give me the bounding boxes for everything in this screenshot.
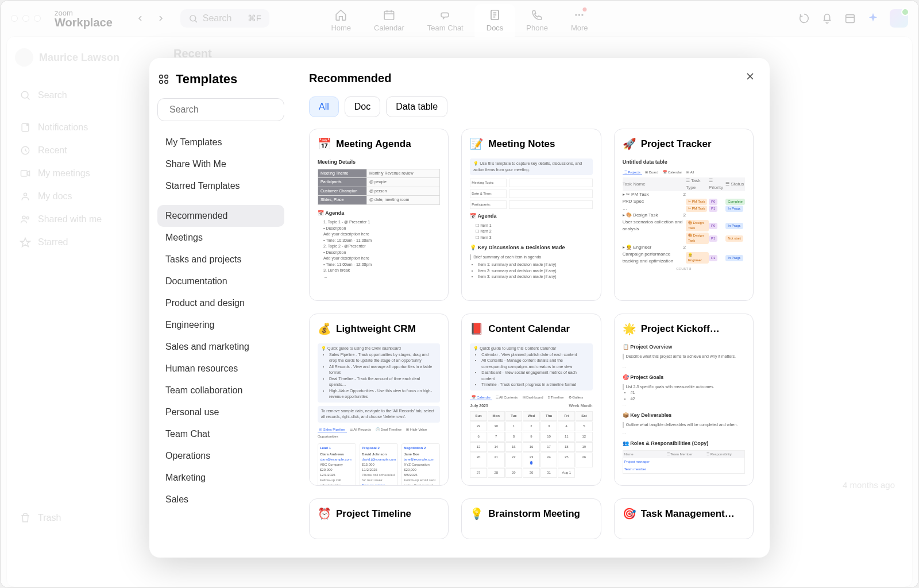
cat-sales[interactable]: Sales bbox=[157, 489, 284, 510]
svg-point-29 bbox=[165, 80, 168, 84]
cat-team-chat[interactable]: Team Chat bbox=[157, 423, 284, 445]
modal-content: Recommended AllDocData table 📅Meeting Ag… bbox=[293, 58, 770, 558]
modal-title: Templates bbox=[176, 72, 237, 87]
template-cards: 📅Meeting AgendaMeeting DetailsMeeting Th… bbox=[309, 129, 754, 539]
svg-point-26 bbox=[160, 75, 163, 79]
cat-operations[interactable]: Operations bbox=[157, 445, 284, 467]
modal-overlay: Templates My TemplatesShare With MeStarr… bbox=[1, 1, 918, 587]
cat-sales-and-marketing[interactable]: Sales and marketing bbox=[157, 336, 284, 358]
cat-meetings[interactable]: Meetings bbox=[157, 227, 284, 249]
template-card-meeting-agenda[interactable]: 📅Meeting AgendaMeeting DetailsMeeting Th… bbox=[309, 129, 449, 301]
templates-modal: Templates My TemplatesShare With MeStarr… bbox=[149, 58, 770, 558]
cat-marketing[interactable]: Marketing bbox=[157, 467, 284, 489]
template-card-meeting-notes[interactable]: 📝Meeting Notes💡 Use this template to cap… bbox=[461, 129, 601, 301]
cat-recommended[interactable]: Recommended bbox=[157, 205, 284, 227]
modal-sidebar: Templates My TemplatesShare With MeStarr… bbox=[149, 58, 293, 558]
pill-all[interactable]: All bbox=[309, 96, 339, 117]
cat-tasks-and-projects[interactable]: Tasks and projects bbox=[157, 249, 284, 270]
cat-share-with-me[interactable]: Share With Me bbox=[157, 153, 284, 175]
template-card-project-timeline[interactable]: ⏰Project Timeline bbox=[309, 498, 449, 539]
template-card-project-tracker[interactable]: 🚀Project TrackerUntitled data table☰ Pro… bbox=[614, 129, 754, 301]
cat-starred-templates[interactable]: Starred Templates bbox=[157, 175, 284, 197]
template-card-task-management-[interactable]: 🎯Task Management… bbox=[614, 498, 754, 539]
template-card-lightweight-crm[interactable]: 💰Lightweight CRM💡 Quick guide to using t… bbox=[309, 314, 449, 486]
app-window: zoom Workplace ⌘F Home Calendar Team Cha… bbox=[0, 0, 919, 588]
cat-documentation[interactable]: Documentation bbox=[157, 270, 284, 292]
template-card-content-calendar[interactable]: 📕Content Calendar💡 Quick guide to using … bbox=[461, 314, 601, 486]
pill-data-table[interactable]: Data table bbox=[386, 96, 447, 117]
cat-team-collaboration[interactable]: Team collaboration bbox=[157, 380, 284, 401]
template-search-input[interactable] bbox=[169, 105, 284, 115]
filter-pills: AllDocData table bbox=[309, 96, 754, 117]
template-card-project-kickoff-[interactable]: 🌟Project Kickoff…📋 Project OverviewDescr… bbox=[614, 314, 754, 486]
cat-personal-use[interactable]: Personal use bbox=[157, 401, 284, 423]
close-button[interactable] bbox=[744, 71, 756, 84]
cat-product-and-design[interactable]: Product and design bbox=[157, 292, 284, 314]
cat-my-templates[interactable]: My Templates bbox=[157, 131, 284, 153]
templates-icon bbox=[157, 73, 170, 86]
pill-doc[interactable]: Doc bbox=[345, 96, 380, 117]
template-card-brainstorm-meeting[interactable]: 💡Brainstorm Meeting bbox=[461, 498, 601, 539]
cat-human-resources[interactable]: Human resources bbox=[157, 358, 284, 380]
cat-engineering[interactable]: Engineering bbox=[157, 314, 284, 336]
template-search[interactable] bbox=[157, 98, 284, 121]
svg-point-28 bbox=[160, 80, 163, 84]
svg-point-27 bbox=[165, 75, 168, 79]
section-heading: Recommended bbox=[309, 72, 754, 85]
